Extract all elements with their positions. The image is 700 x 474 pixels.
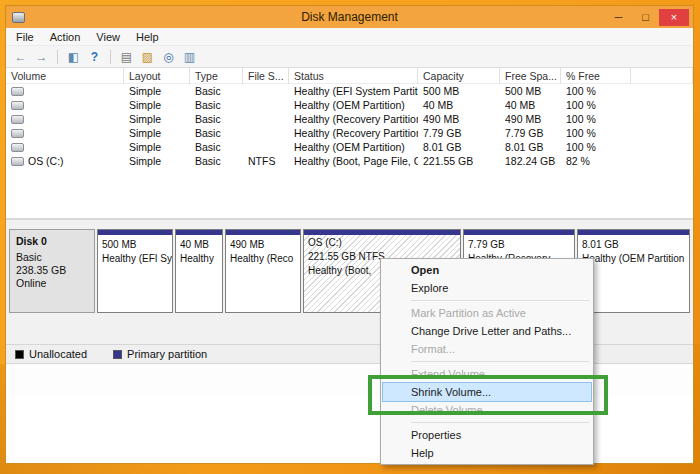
cell-filesystem: NTFS — [243, 155, 289, 167]
volume-row[interactable]: Simple Basic Healthy (EFI System Partiti… — [6, 84, 693, 98]
cell-status: Healthy (OEM Partition) — [289, 99, 418, 111]
cell-free-space: 500 MB — [500, 85, 561, 97]
legend-label: Unallocated — [29, 348, 87, 360]
column-header-free-space[interactable]: Free Spa... — [500, 68, 561, 84]
partition-name: OS (C:) — [304, 235, 460, 249]
cell-status: Healthy (Boot, Page File, C... — [289, 155, 418, 167]
volume-icon — [11, 129, 24, 138]
partition-oem-40mb[interactable]: 40 MB Healthy — [175, 229, 223, 313]
menu-item-format: Format... — [381, 340, 593, 358]
cell-layout: Simple — [124, 155, 190, 167]
cell-status: Healthy (EFI System Partiti... — [289, 85, 418, 97]
column-header-pct-free[interactable]: % Free — [561, 68, 631, 84]
minimize-button[interactable]: ─ — [605, 9, 632, 26]
column-header-filler — [631, 68, 693, 84]
partition-status: Healthy (EFI Sy — [98, 251, 172, 265]
volume-icon — [11, 115, 24, 124]
column-header-filesystem[interactable]: File S... — [243, 68, 289, 84]
primary-partition-swatch — [113, 350, 122, 359]
menu-bar: File Action View Help — [6, 28, 693, 46]
cell-capacity: 490 MB — [418, 113, 500, 125]
partition-efi[interactable]: 500 MB Healthy (EFI Sy — [97, 229, 173, 313]
cell-status: Healthy (Recovery Partition) — [289, 113, 418, 125]
menu-item-explore[interactable]: Explore — [381, 279, 593, 297]
cell-capacity: 221.55 GB — [418, 155, 500, 167]
window-title: Disk Management — [6, 10, 693, 24]
menu-file[interactable]: File — [8, 31, 42, 43]
cell-capacity: 40 MB — [418, 99, 500, 111]
menu-action[interactable]: Action — [42, 31, 89, 43]
cell-layout: Simple — [124, 85, 190, 97]
volume-table: Volume Layout Type File S... Status Capa… — [6, 68, 693, 218]
volume-row[interactable]: Simple Basic Healthy (OEM Partition) 40 … — [6, 98, 693, 112]
disk-name: Disk 0 — [16, 235, 88, 248]
partition-status: Healthy — [176, 251, 222, 265]
back-icon[interactable]: ← — [11, 48, 30, 65]
search-disk-icon[interactable]: ◎ — [159, 48, 178, 65]
cell-free-space: 40 MB — [500, 99, 561, 111]
help-icon[interactable]: ? — [85, 48, 104, 65]
toolbar-separator — [110, 50, 111, 64]
partition-size: 490 MB — [226, 237, 300, 251]
console-tree-icon[interactable]: ◧ — [64, 48, 83, 65]
menu-item-help[interactable]: Help — [381, 444, 593, 462]
volume-row[interactable]: Simple Basic Healthy (Recovery Partition… — [6, 112, 693, 126]
menu-separator — [411, 300, 590, 301]
volume-row[interactable]: Simple Basic Healthy (OEM Partition) 8.0… — [6, 140, 693, 154]
menu-item-mark-partition-active: Mark Partition as Active — [381, 304, 593, 322]
menu-item-open[interactable]: Open — [381, 261, 593, 279]
cell-free-space: 182.24 GB — [500, 155, 561, 167]
column-header-status[interactable]: Status — [289, 68, 418, 84]
menu-view[interactable]: View — [88, 31, 128, 43]
disk-type: Basic — [16, 251, 88, 264]
cell-pct-free: 100 % — [561, 141, 631, 153]
cell-layout: Simple — [124, 141, 190, 153]
volume-icon — [11, 143, 24, 152]
folder-open-icon[interactable]: ▨ — [138, 48, 157, 65]
highlight-annotation-green-box — [368, 375, 608, 415]
desktop: Disk Management ─ □ × File Action View H… — [0, 0, 700, 474]
menu-help[interactable]: Help — [128, 31, 167, 43]
titlebar[interactable]: Disk Management ─ □ × — [6, 6, 693, 28]
cell-capacity: 8.01 GB — [418, 141, 500, 153]
cell-type: Basic — [190, 127, 243, 139]
disk-list-icon[interactable]: ▤ — [117, 48, 136, 65]
column-header-layout[interactable]: Layout — [124, 68, 190, 84]
volume-icon — [11, 157, 24, 166]
unallocated-swatch — [15, 350, 24, 359]
cell-layout: Simple — [124, 113, 190, 125]
legend-label: Primary partition — [127, 348, 207, 360]
cell-layout: Simple — [124, 99, 190, 111]
column-header-type[interactable]: Type — [190, 68, 243, 84]
table-header: Volume Layout Type File S... Status Capa… — [6, 68, 693, 84]
cell-free-space: 8.01 GB — [500, 141, 561, 153]
partition-recovery-490mb[interactable]: 490 MB Healthy (Reco — [225, 229, 301, 313]
volume-icon — [11, 87, 24, 96]
volume-row[interactable]: OS (C:) Simple Basic NTFS Healthy (Boot,… — [6, 154, 693, 168]
maximize-button[interactable]: □ — [632, 9, 659, 26]
legend-primary-partition: Primary partition — [113, 348, 207, 360]
close-button[interactable]: × — [659, 9, 689, 26]
cell-capacity: 500 MB — [418, 85, 500, 97]
toolbar-separator — [57, 50, 58, 64]
cell-status: Healthy (Recovery Partition) — [289, 127, 418, 139]
cell-type: Basic — [190, 141, 243, 153]
cell-layout: Simple — [124, 127, 190, 139]
cell-type: Basic — [190, 155, 243, 167]
partition-status: Healthy (Reco — [226, 251, 300, 265]
volume-row[interactable]: Simple Basic Healthy (Recovery Partition… — [6, 126, 693, 140]
column-header-capacity[interactable]: Capacity — [418, 68, 500, 84]
partition-size: 40 MB — [176, 237, 222, 251]
disk-size: 238.35 GB — [16, 264, 88, 277]
menu-item-change-drive-letter[interactable]: Change Drive Letter and Paths... — [381, 322, 593, 340]
menu-separator — [411, 361, 590, 362]
drive-view-icon[interactable]: ▥ — [180, 48, 199, 65]
partition-size: 500 MB — [98, 237, 172, 251]
forward-icon[interactable]: → — [32, 48, 51, 65]
cell-pct-free: 100 % — [561, 85, 631, 97]
column-header-volume[interactable]: Volume — [6, 68, 124, 84]
menu-item-properties[interactable]: Properties — [381, 426, 593, 444]
disk-panel[interactable]: Disk 0 Basic 238.35 GB Online — [9, 229, 95, 313]
disk-status: Online — [16, 277, 88, 290]
cell-pct-free: 100 % — [561, 113, 631, 125]
